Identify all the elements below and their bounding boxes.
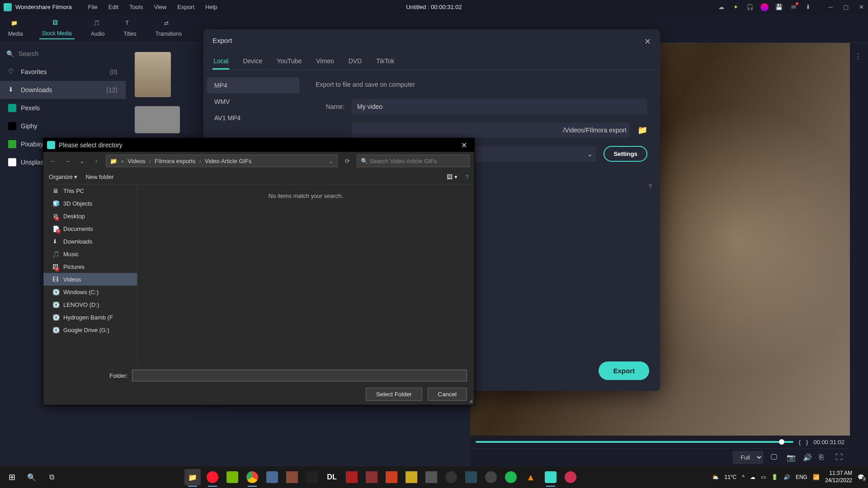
export-settings-button[interactable]: Settings xyxy=(604,146,647,162)
taskbar-app-11[interactable] xyxy=(463,469,479,485)
taskbar-app-13[interactable] xyxy=(562,469,579,485)
weather-icon[interactable]: ⛅ xyxy=(712,474,719,480)
tree-item[interactable]: 🎞Videos xyxy=(43,273,137,286)
folder-help-icon[interactable]: ? xyxy=(466,174,469,180)
export-name-input[interactable] xyxy=(352,99,647,114)
snapshot-icon[interactable]: 📷 xyxy=(787,453,796,462)
taskbar-opera[interactable] xyxy=(204,469,221,485)
folder-path-input[interactable] xyxy=(132,370,467,381)
quality-dropdown[interactable]: Full xyxy=(733,451,763,464)
fullscreen-icon[interactable]: ⛶ xyxy=(835,453,844,462)
tab-transitions[interactable]: ⇄Transitions xyxy=(153,18,184,39)
taskbar-app-10[interactable] xyxy=(443,469,459,485)
tree-item[interactable]: 🖥✕Desktop xyxy=(43,210,137,222)
tree-item[interactable]: 💽LENOVO (D:) xyxy=(43,298,137,311)
export-confirm-button[interactable]: Export xyxy=(599,361,649,380)
format-av1[interactable]: AV1 MP4 xyxy=(207,110,299,126)
mail-icon[interactable]: ✉ xyxy=(789,3,797,11)
volume-icon[interactable]: 🔊 xyxy=(803,453,812,462)
start-button[interactable]: ⊞ xyxy=(4,469,20,485)
sidebar-item-favorites[interactable]: ♡ Favorites (0) xyxy=(0,63,126,81)
taskbar-vlc[interactable]: ▲ xyxy=(523,469,539,485)
tray-volume-icon[interactable]: 🔊 xyxy=(783,474,790,480)
view-mode-icon[interactable]: 🖼 ▾ xyxy=(447,174,458,180)
tab-media[interactable]: 📁Media xyxy=(5,18,26,39)
taskbar-app-5[interactable] xyxy=(344,469,360,485)
taskbar-app-1[interactable] xyxy=(264,469,280,485)
taskbar-app-2[interactable] xyxy=(284,469,300,485)
menu-export[interactable]: Export xyxy=(172,4,200,10)
menu-edit[interactable]: Edit xyxy=(103,4,124,10)
download-icon[interactable]: ⬇ xyxy=(804,3,812,11)
nav-up-icon[interactable]: ↑ xyxy=(91,156,101,166)
tray-language-icon[interactable]: ENG xyxy=(796,474,807,480)
folder-dialog-close[interactable]: ✕ xyxy=(458,141,471,150)
close-button[interactable]: ✕ xyxy=(858,4,864,10)
tab-titles[interactable]: TTitles xyxy=(121,18,139,39)
cloud-icon[interactable]: ☁ xyxy=(717,3,725,11)
browse-folder-icon[interactable]: 📁 xyxy=(637,125,647,135)
taskbar-app-4[interactable]: DL xyxy=(324,469,340,485)
support-icon[interactable]: 🎧 xyxy=(746,3,754,11)
nav-back-icon[interactable]: ← xyxy=(48,156,58,166)
taskbar-app-9[interactable] xyxy=(423,469,439,485)
weather-temp[interactable]: 11°C xyxy=(724,474,736,480)
tree-item[interactable]: 🖥This PC xyxy=(43,184,137,197)
export-tab-dvd[interactable]: DVD xyxy=(348,54,363,70)
tree-item[interactable]: 💽Hydrogen Bamb (F xyxy=(43,311,137,324)
menu-view[interactable]: View xyxy=(148,4,172,10)
taskbar-spotify[interactable] xyxy=(503,469,519,485)
taskbar-app-8[interactable] xyxy=(403,469,420,485)
export-tab-youtube[interactable]: YouTube xyxy=(276,54,302,70)
tree-item[interactable]: 🖼✕Pictures xyxy=(43,260,137,273)
help-icon[interactable]: ? xyxy=(648,183,652,190)
avatar-icon[interactable] xyxy=(760,3,769,11)
format-mp4[interactable]: MP4 xyxy=(207,77,299,94)
right-control-icon[interactable]: ⋮ xyxy=(854,52,863,61)
breadcrumb-bar[interactable]: 📁 « Videos › FIlmora exports › Video Art… xyxy=(106,155,338,167)
tray-chevron-icon[interactable]: ^ xyxy=(742,474,745,480)
notifications-icon[interactable]: 💬3 xyxy=(858,474,864,480)
taskbar-chrome[interactable] xyxy=(244,469,260,485)
folder-search[interactable]: 🔍 Search Video Article GIFs xyxy=(357,155,470,167)
tab-stock-media[interactable]: 🖼Stock Media xyxy=(39,18,75,39)
menu-file[interactable]: File xyxy=(83,4,103,10)
export-tab-tiktok[interactable]: TikTok xyxy=(375,54,395,70)
maximize-button[interactable]: ▢ xyxy=(843,4,849,10)
media-thumb[interactable] xyxy=(135,106,180,133)
export-tab-vimeo[interactable]: Vimeo xyxy=(315,54,335,70)
seek-slider[interactable] xyxy=(476,441,793,443)
taskbar-search-icon[interactable]: 🔍 xyxy=(24,469,40,485)
organize-button[interactable]: Organize ▾ xyxy=(49,174,77,180)
nav-forward-icon[interactable]: → xyxy=(62,156,72,166)
tray-onedrive-icon[interactable]: ☁ xyxy=(750,474,755,480)
folder-tree[interactable]: 🖥This PC🧊3D Objects🖥✕Desktop📄✕Documents⬇… xyxy=(43,184,137,365)
tray-wifi-icon[interactable]: 📶 xyxy=(813,474,820,480)
export-close-button[interactable]: ✕ xyxy=(644,37,651,47)
idea-icon[interactable]: ✦ xyxy=(731,3,740,11)
taskbar-filmora[interactable] xyxy=(542,469,559,485)
taskbar-clock[interactable]: 11:37 AM 24/12/2022 xyxy=(825,470,852,484)
tray-battery-icon[interactable]: 🔋 xyxy=(771,474,778,480)
refresh-icon[interactable]: ⟳ xyxy=(342,156,352,166)
save-icon[interactable]: 💾 xyxy=(775,3,783,11)
taskbar-app-7[interactable] xyxy=(383,469,400,485)
tray-meet-icon[interactable]: ▭ xyxy=(761,474,766,480)
export-tab-device[interactable]: Device xyxy=(242,54,263,70)
tree-item[interactable]: 📄✕Documents xyxy=(43,222,137,235)
tree-item[interactable]: 🧊3D Objects xyxy=(43,197,137,210)
select-folder-button[interactable]: Select Folder xyxy=(366,388,422,401)
taskbar-app-6[interactable] xyxy=(363,469,380,485)
new-folder-button[interactable]: New folder xyxy=(85,174,113,180)
menu-tools[interactable]: Tools xyxy=(124,4,148,10)
sidebar-item-downloads[interactable]: ⬇ Downloads (12) xyxy=(0,81,126,99)
tree-item[interactable]: ⬇Downloads xyxy=(43,235,137,248)
marker-out-icon[interactable]: } xyxy=(806,439,808,446)
nav-recent-icon[interactable]: ⌄ xyxy=(77,156,87,166)
tab-audio[interactable]: 🎵Audio xyxy=(88,18,108,39)
minimize-button[interactable]: ─ xyxy=(827,4,834,10)
tree-item[interactable]: 💽Google Drive (G:) xyxy=(43,324,137,336)
taskbar-app-3[interactable] xyxy=(304,469,320,485)
monitor-icon[interactable]: 🖵 xyxy=(770,453,779,462)
sidebar-item-pexels[interactable]: Pexels xyxy=(0,99,126,117)
